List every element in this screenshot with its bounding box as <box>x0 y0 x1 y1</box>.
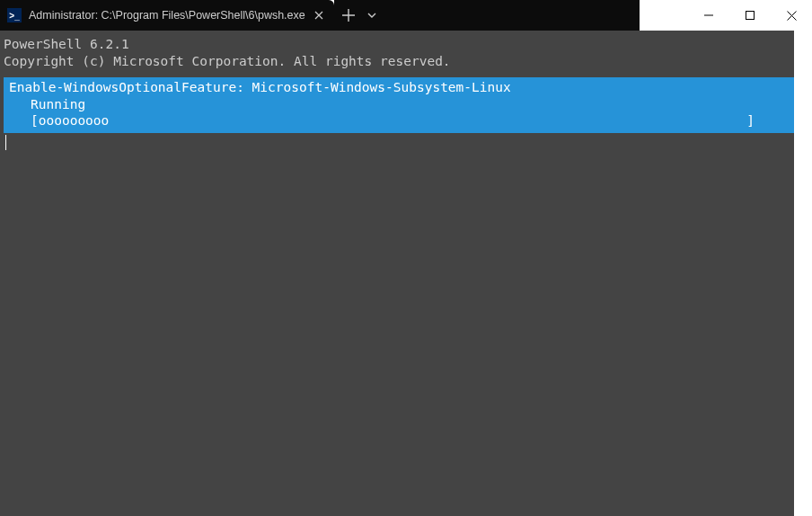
progress-block: Enable-WindowsOptionalFeature: Microsoft… <box>4 77 794 134</box>
tab-actions <box>334 0 640 31</box>
tab-title: Administrator: C:\Program Files\PowerShe… <box>29 9 305 22</box>
terminal-window: >_ Administrator: C:\Program Files\Power… <box>0 0 812 516</box>
window-controls <box>688 0 812 31</box>
progress-bar-end: ] <box>746 112 790 129</box>
powershell-icon: >_ <box>7 8 22 22</box>
close-tab-button[interactable] <box>313 11 325 20</box>
titlebar: >_ Administrator: C:\Program Files\Power… <box>0 0 812 31</box>
progress-bar-fill: [ooooooooo <box>31 112 109 129</box>
version-line: PowerShell 6.2.1 <box>4 36 794 53</box>
svg-rect-0 <box>746 12 755 20</box>
maximize-button[interactable] <box>729 0 771 31</box>
minimize-button[interactable] <box>688 0 729 31</box>
terminal-content[interactable]: PowerShell 6.2.1 Copyright (c) Microsoft… <box>0 31 794 516</box>
new-tab-button[interactable] <box>341 8 356 22</box>
copyright-line: Copyright (c) Microsoft Corporation. All… <box>4 53 794 70</box>
close-window-button[interactable] <box>771 0 812 31</box>
progress-command: Enable-WindowsOptionalFeature: Microsoft… <box>9 79 790 96</box>
progress-bar: [ooooooooo ] <box>9 112 790 129</box>
terminal-cursor <box>5 135 6 150</box>
progress-status: Running <box>9 96 790 113</box>
active-tab[interactable]: >_ Administrator: C:\Program Files\Power… <box>0 0 334 31</box>
tab-dropdown-button[interactable] <box>366 10 377 21</box>
